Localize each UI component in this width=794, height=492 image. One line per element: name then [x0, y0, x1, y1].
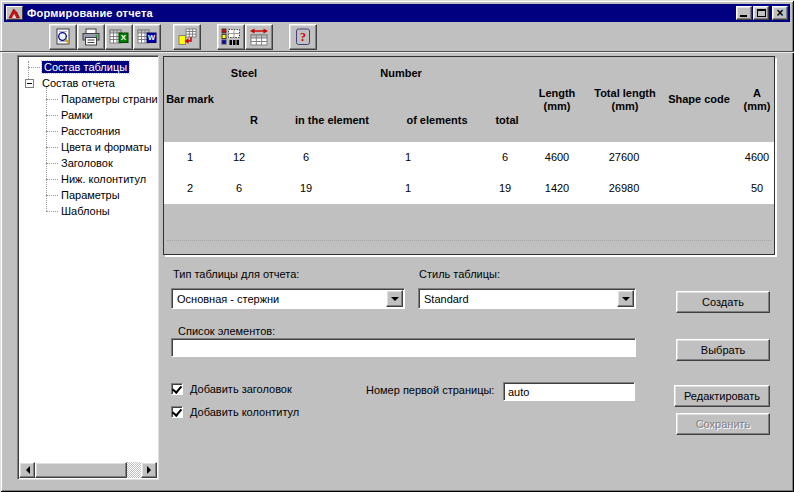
report-generation-window: Формирование отчета ×: [0, 0, 794, 492]
add-header-label: Добавить заголовок: [190, 383, 292, 395]
column-header-in-the-element: in the element: [295, 114, 369, 127]
save-button: Сохранить: [676, 413, 770, 435]
tree-horizontal-scrollbar[interactable]: [19, 462, 157, 478]
close-icon: ×: [776, 8, 783, 18]
table-type-label: Тип таблицы для отчета:: [173, 268, 299, 280]
tree-item-report-composition[interactable]: Состав отчета: [20, 75, 158, 91]
print-preview-icon: [53, 28, 73, 46]
column-header-r: R: [250, 114, 258, 127]
tree-item-templates[interactable]: Шаблоны: [20, 203, 158, 219]
scroll-right-button[interactable]: [141, 462, 157, 478]
column-group-number: Number: [380, 67, 422, 80]
insert-report-table-icon: [177, 28, 197, 46]
scroll-right-icon: [147, 466, 155, 474]
column-header-total: total: [495, 114, 518, 127]
svg-text:X: X: [121, 33, 127, 42]
export-excel-button[interactable]: X: [105, 24, 133, 50]
column-group-steel: Steel: [231, 67, 257, 80]
column-header-of-elements: of elements: [406, 114, 467, 127]
tree-item-frames[interactable]: Рамки: [20, 107, 158, 123]
svg-text:?: ?: [300, 30, 306, 44]
export-excel-icon: X: [109, 28, 129, 46]
chevron-down-icon[interactable]: [386, 290, 403, 307]
print-button[interactable]: [77, 24, 105, 50]
column-header-length: Length (mm): [539, 87, 576, 113]
tree-item-footer[interactable]: Ниж. колонтитул: [20, 171, 158, 187]
table-type-value: Основная - стержни: [172, 293, 385, 305]
svg-text:W: W: [148, 33, 156, 42]
first-page-number-label: Номер первой страницы:: [366, 384, 494, 396]
table-footer-separator: [167, 240, 771, 241]
table-style-value: Standard: [419, 293, 616, 305]
add-header-checkbox[interactable]: [171, 383, 183, 395]
edit-button[interactable]: Редактировать: [674, 385, 770, 407]
maximize-button[interactable]: [753, 6, 769, 20]
create-button[interactable]: Создать: [676, 291, 770, 313]
colors-formats-button[interactable]: [217, 24, 245, 50]
tree-item-table-composition[interactable]: Состав таблицы: [20, 59, 158, 75]
scroll-left-button[interactable]: [19, 462, 35, 478]
minimize-icon: [740, 15, 747, 17]
toolbar: X W: [4, 23, 790, 51]
element-list-input[interactable]: [171, 338, 636, 357]
tree-item-header[interactable]: Заголовок: [20, 155, 158, 171]
column-header-a: A (mm): [744, 87, 771, 113]
settings-tree: Состав таблицы Состав отчета Параметры с…: [17, 55, 159, 480]
table-style-combobox[interactable]: Standard: [418, 288, 636, 309]
column-header-shape-code: Shape code: [668, 93, 730, 106]
window-title: Формирование отчета: [27, 7, 735, 19]
tree-item-colors-formats[interactable]: Цвета и форматы: [20, 139, 158, 155]
column-width-button[interactable]: [245, 24, 273, 50]
tree-item-page-parameters[interactable]: Параметры страниц: [20, 91, 158, 107]
add-footer-checkbox[interactable]: [171, 406, 183, 418]
close-button[interactable]: ×: [772, 6, 788, 20]
app-logo-icon[interactable]: [6, 6, 23, 20]
help-icon: ?: [293, 28, 313, 46]
add-footer-label: Добавить колонтитул: [190, 406, 299, 418]
minimize-button[interactable]: [736, 6, 752, 20]
select-button[interactable]: Выбрать: [676, 339, 770, 361]
element-list-label: Список элементов:: [178, 325, 275, 337]
tree-item-distances[interactable]: Расстояния: [20, 123, 158, 139]
print-preview-button[interactable]: [49, 24, 77, 50]
column-width-icon: [249, 28, 269, 46]
chevron-down-icon[interactable]: [617, 290, 634, 307]
colors-formats-icon: [221, 28, 241, 46]
column-header-bar-mark: Bar mark: [166, 93, 214, 106]
table-type-combobox[interactable]: Основная - стержни: [171, 288, 405, 309]
first-page-number-input[interactable]: [503, 382, 635, 401]
print-icon: [81, 28, 101, 46]
titlebar: Формирование отчета ×: [4, 4, 790, 22]
table-body: 1 12 6 1 6 4600 27600 4600 2 6 19 1 19 1…: [164, 142, 774, 204]
maximize-icon: [757, 9, 766, 17]
bars-table: Bar mark Steel R Number in the element o…: [163, 56, 775, 255]
scrollbar-thumb[interactable]: [35, 462, 127, 478]
column-header-total-length: Total length (mm): [594, 87, 656, 113]
toolbar-separator: [0, 51, 794, 53]
help-button[interactable]: ?: [289, 24, 317, 50]
export-word-icon: W: [137, 28, 157, 46]
export-word-button[interactable]: W: [133, 24, 161, 50]
tree-item-parameters[interactable]: Параметры: [20, 187, 158, 203]
table-style-label: Стиль таблицы:: [419, 268, 500, 280]
insert-report-table-button[interactable]: [173, 24, 201, 50]
scroll-left-icon: [22, 466, 30, 474]
